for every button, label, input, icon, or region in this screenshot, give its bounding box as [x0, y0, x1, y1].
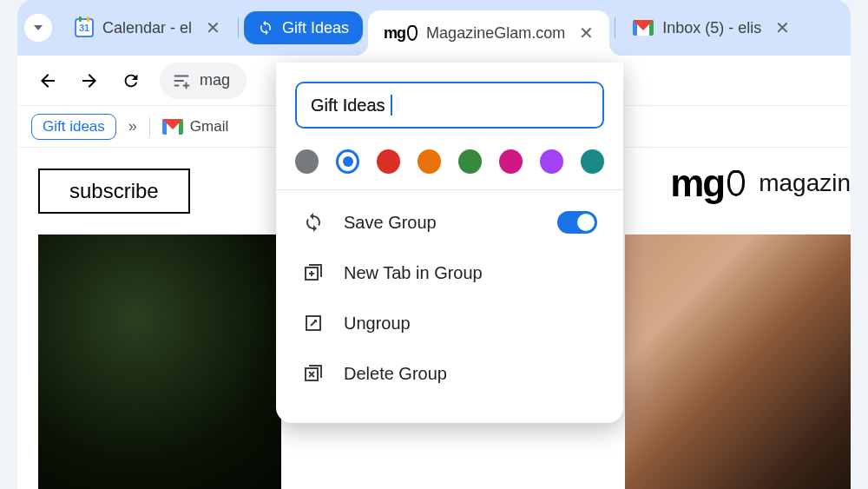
bookmark-gmail[interactable]: Gmail: [162, 118, 228, 135]
subscribe-button[interactable]: subscribe: [38, 169, 190, 214]
tab-strip: 31 Calendar - el ✕ Gift Ideas mg Magazin…: [17, 0, 851, 56]
menu-ungroup[interactable]: Ungroup: [295, 298, 604, 348]
close-icon[interactable]: ✕: [579, 23, 594, 43]
menu-label: Save Group: [344, 213, 437, 233]
close-icon[interactable]: ✕: [206, 17, 220, 38]
sync-icon: [302, 211, 325, 234]
menu-save-group[interactable]: Save Group: [295, 197, 604, 248]
mg-favicon: mg: [384, 24, 418, 43]
group-name-input[interactable]: [295, 82, 604, 129]
tab-separator: [238, 17, 239, 38]
color-teal[interactable]: [581, 149, 604, 174]
tab-group-pill[interactable]: Gift Ideas: [244, 11, 363, 44]
brand-header: mg magazin: [670, 162, 851, 205]
new-tab-icon: [302, 261, 325, 284]
url-text: mag: [200, 71, 230, 89]
gmail-icon: [162, 119, 183, 135]
bookmark-chip-gift-ideas[interactable]: Gift ideas: [31, 114, 116, 140]
sync-icon: [258, 20, 273, 36]
menu-label: Delete Group: [344, 364, 447, 384]
save-group-toggle[interactable]: [557, 211, 597, 234]
menu-label: Ungroup: [344, 314, 411, 334]
group-name-field-wrapper: Gift Ideas: [295, 82, 604, 129]
menu-divider: [276, 189, 623, 190]
color-green[interactable]: [458, 149, 482, 174]
chevron-down-icon: [34, 25, 43, 30]
color-purple[interactable]: [540, 149, 563, 174]
tab-separator: [615, 17, 615, 38]
calendar-icon: 31: [75, 18, 94, 37]
hero-image-right: [625, 235, 851, 489]
tab-title: Calendar - el: [102, 19, 192, 37]
color-blue[interactable]: [336, 149, 359, 174]
tab-group-menu: Gift Ideas Save Group New Tab in Group U…: [276, 63, 623, 423]
delete-group-icon: [302, 362, 325, 385]
hero-image-left: [38, 235, 281, 489]
color-red[interactable]: [377, 149, 400, 174]
tune-icon: [172, 71, 191, 90]
gmail-icon: [633, 20, 654, 36]
bookmarks-separator: [149, 117, 150, 136]
group-pill-label: Gift Ideas: [282, 19, 349, 37]
tab-title: MagazineGlam.com: [426, 24, 565, 43]
ungroup-icon: [302, 312, 325, 334]
close-icon[interactable]: ✕: [775, 17, 790, 38]
tab-calendar[interactable]: 31 Calendar - el ✕: [62, 9, 233, 47]
forward-button[interactable]: [76, 68, 102, 94]
back-button[interactable]: [35, 68, 61, 94]
bookmarks-overflow[interactable]: »: [128, 117, 137, 135]
bookmark-label: Gmail: [190, 118, 228, 135]
address-bar[interactable]: mag: [160, 63, 247, 99]
color-grey[interactable]: [295, 149, 319, 174]
brand-text: magazin: [759, 169, 851, 197]
tab-title: Inbox (5) - elis: [662, 19, 761, 37]
color-picker: [295, 149, 604, 174]
color-orange[interactable]: [418, 149, 441, 174]
color-pink[interactable]: [499, 149, 523, 174]
reload-button[interactable]: [118, 68, 144, 94]
menu-new-tab-in-group[interactable]: New Tab in Group: [295, 248, 604, 298]
tabs-dropdown-button[interactable]: [24, 14, 52, 42]
tab-active[interactable]: mg MagazineGlam.com ✕: [368, 10, 609, 56]
tab-gmail[interactable]: Inbox (5) - elis ✕: [621, 9, 802, 47]
menu-delete-group[interactable]: Delete Group: [295, 348, 604, 399]
menu-label: New Tab in Group: [344, 263, 483, 283]
mg-logo-large: mg: [670, 162, 745, 205]
